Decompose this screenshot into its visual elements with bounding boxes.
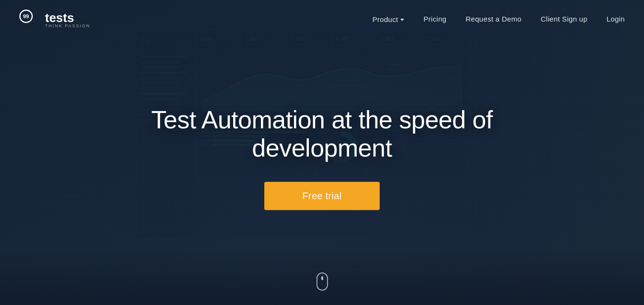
nav-item-pricing: Pricing: [423, 15, 446, 23]
nav-links: Product Pricing Request a Demo Client Si…: [373, 15, 625, 23]
nav-link-pricing[interactable]: Pricing: [423, 15, 446, 23]
logo-text-container: tests THINK PASSION: [45, 11, 90, 28]
nav-item-signup: Client Sign up: [541, 15, 588, 23]
logo-brand-name: tests: [45, 11, 74, 25]
nav-item-demo: Request a Demo: [465, 15, 521, 23]
navbar: 99 tests THINK PASSION Product Pricing: [0, 0, 644, 38]
logo-icon: 99: [19, 8, 42, 31]
scroll-mouse-icon: [316, 272, 328, 291]
free-trial-button[interactable]: Free trial: [264, 182, 380, 210]
nav-item-login: Login: [607, 15, 625, 23]
scroll-indicator: [316, 272, 328, 291]
nav-link-demo[interactable]: Request a Demo: [465, 15, 521, 23]
hero-content: Test Automation at the speed of developm…: [107, 105, 538, 210]
product-label: Product: [373, 15, 398, 23]
chevron-down-icon: [400, 19, 404, 21]
hero-section: 2500 Sessions 1,51 Avg. Duration 2,500 C…: [0, 0, 644, 305]
svg-text:99: 99: [23, 13, 29, 19]
nav-link-login[interactable]: Login: [607, 15, 625, 23]
nav-item-product: Product: [373, 15, 405, 23]
hero-title: Test Automation at the speed of developm…: [107, 105, 538, 163]
logo-link[interactable]: 99 tests THINK PASSION: [19, 8, 90, 31]
logo-tagline: THINK PASSION: [45, 23, 90, 28]
scroll-dot: [321, 276, 323, 280]
nav-link-product[interactable]: Product: [373, 15, 405, 23]
product-dropdown-trigger[interactable]: Product: [373, 15, 405, 23]
nav-link-signup[interactable]: Client Sign up: [541, 15, 588, 23]
